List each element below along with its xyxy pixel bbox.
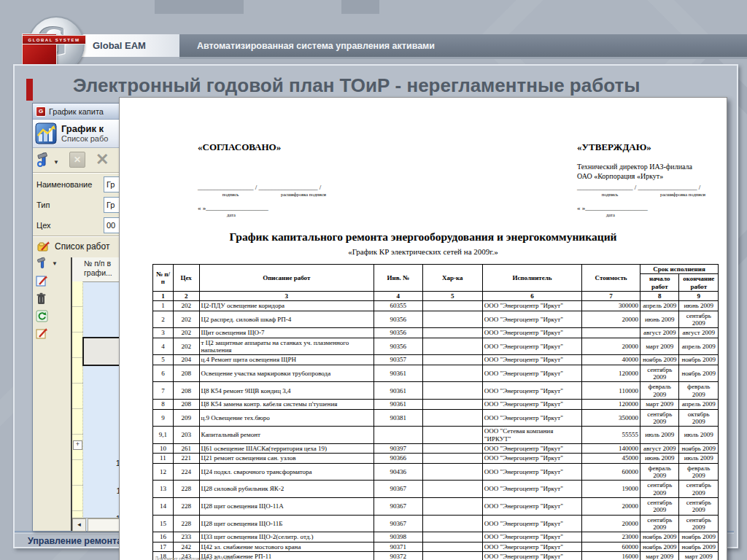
table-cell: 228	[173, 497, 199, 515]
table-cell: март 2009	[640, 400, 679, 409]
table-cell: ООО "Энергоцентр "Иркут"	[482, 532, 581, 542]
column-number: 3	[199, 292, 374, 301]
col-header: Описание работ	[199, 265, 374, 292]
column-number: 2	[173, 292, 199, 301]
table-cell: 90356	[374, 328, 423, 338]
repair-schedule-table: № п/п Цех Описание работ Инв. № Хар-ка И…	[152, 264, 719, 560]
table-cell: 6	[153, 365, 174, 382]
table-cell	[422, 552, 482, 560]
column-number-row: 123456789	[153, 292, 719, 301]
refresh-button[interactable]	[36, 310, 48, 322]
table-cell: ООО "Энергоцентр "Иркут"	[482, 355, 581, 365]
table-cell: 9,1	[153, 427, 174, 444]
table-cell: Ц24 подкл. сварочного трансформатора	[199, 463, 374, 481]
table-cell: 40000	[582, 355, 640, 365]
column-number: 9	[679, 292, 719, 301]
grid-tools-caret[interactable]: ▼	[52, 260, 58, 267]
table-cell	[422, 355, 482, 365]
table-cell	[422, 400, 482, 409]
col-header: окончание работ	[679, 274, 719, 292]
table-cell: 60000	[582, 463, 640, 481]
grid-tools-button[interactable]: ▼	[36, 257, 58, 270]
table-cell: июнь 2009	[640, 311, 679, 328]
column-number: 6	[482, 292, 581, 301]
tools-icon[interactable]	[36, 152, 52, 168]
table-cell: 208	[173, 365, 199, 382]
table-cell: 60000	[582, 542, 640, 551]
table-cell: февраль 2009	[679, 463, 719, 481]
table-cell: ООО "Энергоцентр "Иркут"	[482, 515, 581, 532]
table-cell: 203	[173, 427, 199, 444]
table-cell: 90398	[374, 532, 423, 542]
table-cell: октябрь 2009	[679, 409, 719, 427]
tools-dropdown-caret[interactable]: ▼	[53, 159, 59, 166]
table-cell: 45000	[582, 454, 640, 463]
table-cell: ноябрь 2009	[640, 355, 679, 365]
table-cell: март 2009	[640, 338, 679, 355]
table-cell: 90361	[374, 365, 423, 382]
table-row: 13228Ц28 силовой рубильник ЯК-290367ООО …	[153, 481, 719, 498]
close-button[interactable]: ✕	[96, 152, 109, 167]
table-cell	[422, 382, 482, 400]
close-disabled-button: ✕	[69, 152, 85, 168]
table-cell	[422, 328, 482, 338]
table-cell: Ц8 К54 замена контр. кабеля системы п'ту…	[199, 400, 374, 409]
table-cell: 202	[173, 338, 199, 355]
table-cell: 7	[153, 382, 174, 400]
delete-button[interactable]	[36, 292, 47, 305]
table-cell: апрель 2009	[640, 301, 679, 311]
table-cell: сентябрь 2009	[640, 497, 679, 515]
signature-lines: _________________ / __________________ /	[577, 184, 747, 191]
edit-button[interactable]	[36, 275, 48, 287]
table-cell: 17	[153, 542, 174, 551]
column-number: 1	[153, 292, 174, 301]
window-header-subtitle: Список рабо	[61, 134, 108, 144]
table-cell: 20000	[582, 311, 640, 328]
table-cell	[422, 301, 482, 311]
expander-icon[interactable]: +	[73, 440, 82, 450]
table-cell: 90436	[374, 463, 423, 481]
table-cell: Ц2-ПДУ освещение коридора	[199, 301, 374, 311]
table-cell: Ц33 щит освещения ЩО-2(селитр. отд.)	[199, 532, 374, 542]
table-cell: ООО "Энергоцентр "Иркут"	[482, 301, 581, 311]
table-cell	[422, 454, 482, 463]
table-cell: 20000	[582, 515, 640, 532]
agreed-heading: «СОГЛАСОВАНО»	[198, 141, 281, 153]
table-cell: 202	[173, 328, 199, 338]
table-cell	[422, 338, 482, 355]
scroll-left-button[interactable]: ◂	[72, 518, 86, 532]
banner-text: Автоматизированная система управления ак…	[197, 41, 435, 51]
table-cell: 90357	[374, 355, 423, 365]
table-cell: ноябрь 2009	[640, 532, 679, 542]
table-cell: февраль 2009	[640, 382, 679, 400]
banner-underline	[179, 57, 747, 59]
table-cell: 140000	[582, 443, 640, 453]
table-cell: ООО "Энергоцентр "Иркут"	[482, 443, 581, 453]
edit-alt-button[interactable]	[36, 327, 48, 340]
table-cell: 90367	[374, 481, 423, 498]
table-cell: ООО "Энергоцентр "Иркут"	[482, 481, 581, 498]
table-cell: Ц28 щит освещения ЩО-11Б	[199, 515, 374, 532]
table-row: 11221Ц21 ремонт освещения сан. узлов9036…	[153, 454, 719, 463]
table-cell: 60355	[374, 301, 423, 311]
document-footnote: Документ подготовлен в АСУ 012	[155, 556, 233, 560]
table-cell	[422, 481, 482, 498]
table-cell: 221	[173, 454, 199, 463]
logo-caption-band: GLOBAL SYSTEM	[22, 35, 86, 44]
title-accent-bar	[26, 79, 33, 101]
signature-label: расшифровка подписи	[643, 192, 723, 197]
table-cell	[374, 427, 423, 444]
col-header: Стоимость	[582, 265, 640, 292]
table-cell: 12	[153, 463, 174, 481]
table-row: 18243Ц43 эл. снабжение РП-1190372ООО "Эн…	[153, 552, 719, 560]
table-cell: 202	[173, 301, 199, 311]
table-cell: июль 2009	[679, 454, 719, 463]
table-cell: т Ц2 защитные аппараты на станках уч. пл…	[199, 338, 374, 355]
table-cell: февраль 2009	[679, 382, 719, 400]
table-cell: 242	[173, 542, 199, 551]
table-cell: 350000	[582, 409, 640, 427]
table-cell: 90361	[374, 382, 423, 400]
table-cell: 90366	[374, 454, 423, 463]
table-row: 6208Освещение участка маркировки трубопр…	[153, 365, 719, 382]
table-cell: ООО "Энергоцентр "Иркут"	[482, 338, 581, 355]
